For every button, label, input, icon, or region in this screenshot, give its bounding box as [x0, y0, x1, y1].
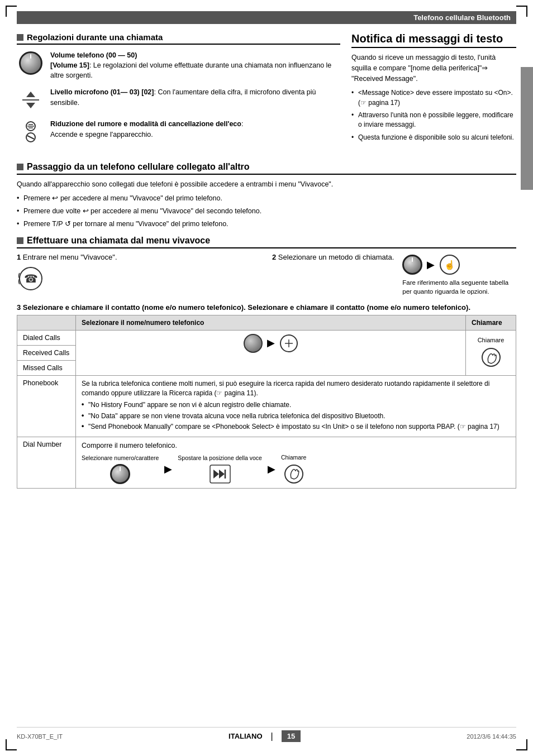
step2-text: Selezionare un metodo di chiamata.	[278, 253, 394, 261]
step1-icons: ☎	[17, 265, 261, 293]
passaggio-bullet-3: Premere T/P ↺ per tornare al menu "Vivav…	[17, 219, 516, 229]
col-header-select: Selezionare il nome/numero telefonico	[76, 315, 466, 330]
select-label: Selezionare numero/carattere	[82, 454, 159, 462]
dial-call-icon	[283, 463, 304, 485]
dial-arrow2: ▶	[268, 462, 275, 476]
volume-knob	[19, 51, 42, 75]
dialed-label: Dialed Calls	[17, 330, 76, 345]
notifica-bullet-1: <Message Notice> deve essere impostato s…	[351, 88, 516, 108]
calls-knob-icon	[244, 334, 263, 353]
passaggio-bullet-2: Premere due volte ↩ per accedere al menu…	[17, 206, 516, 216]
step2-knob	[402, 255, 422, 275]
language-label: ITALIANO	[229, 732, 262, 740]
table-row-dial-number: Dial Number Comporre il numero telefonic…	[17, 437, 516, 488]
position-label: Spostare la posizione della voce	[178, 454, 262, 462]
noise-icon-container	[19, 121, 42, 143]
dial-call-col: Chiamare	[281, 453, 307, 485]
footer-right: 2012/3/6 14:44:35	[467, 733, 516, 740]
passaggio-sq-icon	[17, 164, 23, 170]
dial-select-col: Selezionare numero/carattere	[82, 454, 159, 484]
received-label: Received Calls	[17, 345, 76, 360]
svg-line-5	[27, 136, 34, 139]
step2: 2 Selezionare un metodo di chiamata. ▶ ☝	[272, 253, 516, 296]
regolazioni-icon	[17, 34, 23, 41]
pb-bullet-1: • "No History Found" appare se non vi è …	[82, 400, 510, 410]
page-indicator: 15	[282, 730, 301, 742]
missed-label: Missed Calls	[17, 360, 76, 375]
calls-arrow-icon: ▶	[267, 336, 275, 350]
step3-text-content: Selezionare e chiamare il contatto (nome…	[248, 303, 470, 312]
calls-action-cell: Chiamare	[466, 330, 516, 375]
separator: |	[271, 731, 273, 741]
svg-point-19	[285, 465, 303, 483]
calls-table: Selezionare il nome/numero telefonico Ch…	[17, 315, 516, 489]
notifica-heading: Notifica di messaggi di testo	[351, 32, 516, 48]
pb-bullet-2: • "No Data" appare se non viene trovata …	[82, 412, 510, 421]
microfono-item: Livello microfono (01— 03) [02]: Con l'a…	[17, 87, 340, 112]
passaggio-bullets: Premere ↩ per accedere al menu "Vivavoce…	[17, 193, 516, 229]
step2-detail-text: Fare riferimento alla seguente tabella p…	[402, 278, 516, 296]
header-title: Telefono cellulare Bluetooth	[413, 13, 511, 22]
footer: KD-X70BT_E_IT ITALIANO | 15 2012/3/6 14:…	[17, 727, 516, 742]
step2-arrow: ▶	[427, 259, 435, 271]
passaggio-heading: Passaggio da un telefono cellulare colle…	[17, 162, 516, 175]
notifica-section: Notifica di messaggi di testo Quando si …	[351, 32, 516, 142]
dial-icons-row: Selezionare numero/carattere ▶ Spostare …	[82, 453, 510, 485]
step1: 1 Entrare nel menu "Vivavoce". ☎	[17, 253, 261, 296]
microfono-text: Livello microfono (01— 03) [02]: Con l'a…	[50, 87, 340, 107]
notifica-intro: Quando si riceve un messaggio di testo, …	[351, 52, 516, 84]
notifica-bullet-3: Questa funzione è disponibile solo su al…	[351, 133, 516, 142]
effettuare-heading: Effettuare una chiamata dal menu vivavoc…	[17, 236, 516, 248]
passaggio-section: Passaggio da un telefono cellulare colle…	[17, 162, 516, 229]
calls-icon-row: ▶	[82, 334, 460, 353]
passaggio-bullet-1: Premere ↩ per accedere al menu "Vivavoce…	[17, 193, 516, 203]
effettuare-sq-icon	[17, 237, 23, 244]
volume-text: Volume telefono (00 — 50) [Volume 15]: L…	[50, 50, 340, 80]
noise-item: Riduzione del rumore e modalità di cance…	[17, 119, 340, 144]
passaggio-intro: Quando all'apparecchio sono collegati du…	[17, 179, 516, 190]
knob-icon	[17, 50, 45, 75]
volume-item: Volume telefono (00 — 50) [Volume 15]: L…	[17, 50, 340, 80]
arrow-up-icon	[26, 92, 35, 97]
col-header-call: Chiamare	[466, 315, 516, 330]
table-header-row: Selezionare il nome/numero telefonico Ch…	[17, 315, 516, 330]
dial-knob	[110, 464, 130, 484]
dial-arrow1: ▶	[164, 462, 172, 476]
effettuare-section: Effettuare una chiamata dal menu vivavoc…	[17, 236, 516, 488]
footer-left: KD-X70BT_E_IT	[17, 733, 63, 740]
table-row-phonebook: Phonebook Se la rubrica telefonica conti…	[17, 375, 516, 437]
svg-text:☝: ☝	[444, 260, 455, 270]
noise-svg	[19, 121, 42, 143]
chiamare-label-calls: Chiamare	[478, 337, 505, 343]
phonebook-label: Phonebook	[17, 375, 76, 437]
step3-label-row: 3 Selezionare e chiamare il contatto (no…	[17, 303, 516, 312]
step1-text: Entrare nel menu "Vivavoce".	[23, 253, 117, 261]
phonebook-content: Se la rubrica telefonica contiene molti …	[76, 375, 516, 437]
steps-row: 1 Entrare nel menu "Vivavoce". ☎ 2	[17, 253, 516, 296]
regolazioni-heading: Regolazioni durante una chiamata	[17, 32, 340, 45]
dial-position-icon	[209, 464, 231, 484]
pb-bullet-3: • "Send Phonebook Manually" compare se <…	[82, 422, 510, 432]
dial-number-content: Comporre il numero telefonico. Seleziona…	[76, 437, 516, 488]
svg-text:☎: ☎	[24, 272, 38, 285]
step3-text: Selezionare e chiamare il contatto (nome…	[23, 303, 246, 312]
step2-cursor-icon: ☝	[439, 254, 460, 275]
dial-number-label: Dial Number	[17, 437, 76, 488]
arrow-down-icon	[26, 103, 35, 108]
step1-phone-icon: ☎	[17, 265, 45, 293]
dial-position-col: Spostare la posizione della voce	[178, 454, 262, 484]
header-bar: Telefono cellulare Bluetooth	[17, 11, 516, 24]
table-row-dialed: Dialed Calls ▶	[17, 330, 516, 345]
notifica-bullet-2: Attraverso l'unità non è possibile legge…	[351, 111, 516, 130]
calls-content-cell: ▶	[76, 330, 466, 375]
noise-text: Riduzione del rumore e modalità di cance…	[50, 119, 340, 139]
call-button-icon	[480, 347, 502, 369]
col-header-label	[17, 315, 76, 330]
arrows-icon	[17, 87, 45, 112]
phonebook-bullets: • "No History Found" appare se non vi è …	[82, 400, 510, 432]
footer-center-area: ITALIANO | 15	[229, 730, 301, 742]
calls-selector-icon	[279, 334, 298, 353]
arrow-divider	[22, 99, 39, 101]
svg-marker-15	[213, 470, 219, 479]
call-label: Chiamare	[281, 453, 307, 462]
